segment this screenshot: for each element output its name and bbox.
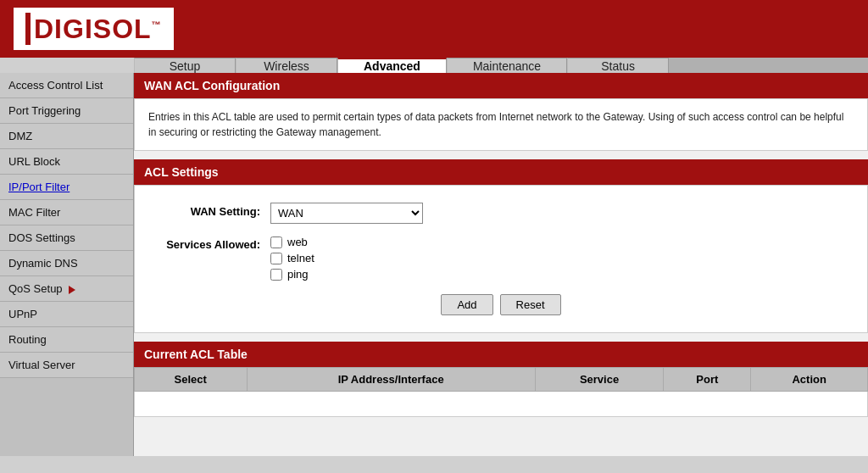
checkbox-web[interactable] <box>270 236 282 248</box>
sidebar-item-mac-filter[interactable]: MAC Filter <box>0 200 133 225</box>
wan-setting-value: WAN <box>270 203 423 224</box>
service-telnet: telnet <box>270 252 314 264</box>
logo: DIGISOL™ <box>34 14 162 45</box>
tab-maintenance[interactable]: Maintenance <box>447 58 567 73</box>
wan-acl-description: Entries in this ACL table are used to pe… <box>134 98 868 151</box>
logo-box: DIGISOL™ <box>14 8 174 50</box>
acl-settings-header: ACL Settings <box>134 159 868 185</box>
col-ip-address: IP Address/Interface <box>247 368 535 392</box>
logo-bar <box>25 13 31 45</box>
sidebar-item-port-triggering[interactable]: Port Triggering <box>0 98 133 124</box>
sidebar-item-dmz[interactable]: DMZ <box>0 124 133 149</box>
wan-acl-header: WAN ACL Configuration <box>134 73 868 98</box>
col-select: Select <box>135 368 248 392</box>
wan-setting-label: WAN Setting: <box>152 203 270 218</box>
wan-setting-row: WAN Setting: WAN <box>135 199 867 227</box>
sidebar-item-url-block[interactable]: URL Block <box>0 149 133 175</box>
service-ping-label: ping <box>287 268 309 281</box>
services-value: web telnet ping <box>270 236 314 281</box>
sidebar-item-ip-port-filter[interactable]: IP/Port Filter <box>0 175 133 200</box>
header: DIGISOL™ <box>0 0 868 58</box>
acl-settings-section: ACL Settings WAN Setting: WAN Services A… <box>134 159 868 333</box>
add-button[interactable]: Add <box>441 294 492 315</box>
sidebar-item-access-control-list[interactable]: Access Control List <box>0 73 133 98</box>
layout: Access Control List Port Triggering DMZ … <box>0 73 868 456</box>
table-row-empty <box>135 392 868 417</box>
reset-button[interactable]: Reset <box>500 294 561 315</box>
tab-wireless[interactable]: Wireless <box>236 58 337 73</box>
tab-setup[interactable]: Setup <box>134 58 236 73</box>
qos-arrow-icon <box>69 286 75 294</box>
nav-tabs: Setup Wireless Advanced Maintenance Stat… <box>134 58 868 73</box>
services-row: Services Allowed: web telnet <box>135 232 867 284</box>
wan-select[interactable]: WAN <box>270 203 423 224</box>
sidebar: Access Control List Port Triggering DMZ … <box>0 73 134 456</box>
service-telnet-label: telnet <box>287 252 314 264</box>
services-label: Services Allowed: <box>152 236 270 251</box>
checkbox-telnet[interactable] <box>270 253 282 264</box>
checkbox-ping[interactable] <box>270 269 282 281</box>
logo-text: DIGISOL <box>34 14 152 44</box>
service-web: web <box>270 236 314 248</box>
col-service: Service <box>535 368 664 392</box>
acl-settings-content: WAN Setting: WAN Services Allowed: <box>134 185 868 333</box>
sidebar-item-dynamic-dns[interactable]: Dynamic DNS <box>0 251 133 276</box>
acl-table-header: Current ACL Table <box>134 342 868 367</box>
button-row: Add Reset <box>135 284 867 319</box>
col-port: Port <box>664 368 751 392</box>
sidebar-item-virtual-server[interactable]: Virtual Server <box>0 353 133 378</box>
acl-table-section: Current ACL Table Select IP Address/Inte… <box>134 342 868 417</box>
sidebar-item-qos-setup[interactable]: QoS Setup <box>0 276 133 302</box>
logo-tm: ™ <box>152 19 162 30</box>
tab-advanced[interactable]: Advanced <box>337 58 447 73</box>
sidebar-item-routing[interactable]: Routing <box>0 327 133 353</box>
main-content: WAN ACL Configuration Entries in this AC… <box>134 73 868 456</box>
acl-table: Select IP Address/Interface Service Port… <box>134 367 868 417</box>
sidebar-item-dos-settings[interactable]: DOS Settings <box>0 225 133 251</box>
sidebar-item-upnp[interactable]: UPnP <box>0 302 133 327</box>
service-web-label: web <box>287 236 308 248</box>
service-ping: ping <box>270 268 314 281</box>
tab-status[interactable]: Status <box>567 58 669 73</box>
col-action: Action <box>751 368 868 392</box>
services-list: web telnet ping <box>270 236 314 281</box>
